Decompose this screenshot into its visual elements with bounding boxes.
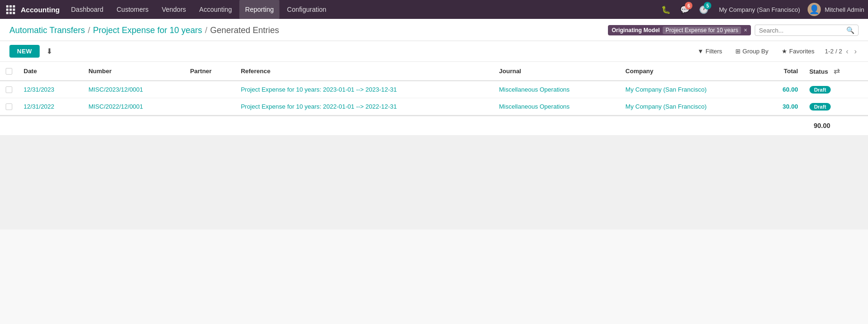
groupby-icon: ⊞ — [735, 48, 741, 55]
row-date-0[interactable]: 12/31/2023 — [18, 81, 83, 98]
breadcrumb-sep1: / — [88, 26, 90, 35]
row-reference-1[interactable]: Project Expense for 10 years: 2022-01-01… — [235, 98, 493, 115]
user-name[interactable]: Mitchell Admin — [825, 6, 864, 13]
pagination-text: 1-2 / 2 — [825, 48, 842, 55]
nav-item-customers[interactable]: Customers — [111, 0, 154, 19]
favorites-button[interactable]: ★ Favorites — [779, 46, 817, 57]
row-checkbox-0[interactable] — [0, 81, 18, 98]
table-row: 12/31/2023 MISC/2023/12/0001 Project Exp… — [0, 81, 868, 98]
nav-right-area: 🐛 💬 6 🕐 5 My Company (San Francisco) 👤 M… — [658, 2, 864, 17]
select-all-checkbox[interactable] — [0, 62, 18, 81]
breadcrumb-part3: Generated Entries — [210, 26, 279, 35]
row-journal-1[interactable]: Miscellaneous Operations — [493, 98, 620, 115]
groupby-button[interactable]: ⊞ Group By — [733, 46, 771, 57]
row-status-0: Draft — [804, 81, 868, 98]
entries-table: Date Number Partner Reference Journal Co… — [0, 62, 868, 115]
row-company-1[interactable]: My Company (San Francisco) — [620, 98, 762, 115]
pagination: 1-2 / 2 ‹ › — [825, 46, 859, 57]
chat-icon-btn[interactable]: 💬 6 — [677, 2, 692, 17]
app-name: Accounting — [21, 6, 60, 14]
col-number[interactable]: Number — [83, 62, 184, 81]
nav-item-dashboard[interactable]: Dashboard — [66, 0, 110, 19]
row-number-1[interactable]: MISC/2022/12/0001 — [83, 98, 184, 115]
download-button[interactable]: ⬇ — [43, 45, 55, 58]
bug-icon: 🐛 — [661, 5, 671, 14]
col-company[interactable]: Company — [620, 62, 762, 81]
action-right: ▼ Filters ⊞ Group By ★ Favorites 1-2 / 2… — [695, 46, 859, 57]
user-avatar[interactable]: 👤 — [808, 3, 821, 16]
table-container: Date Number Partner Reference Journal Co… — [0, 62, 868, 115]
action-left: NEW ⬇ — [9, 45, 55, 58]
table-header-row: Date Number Partner Reference Journal Co… — [0, 62, 868, 81]
star-icon: ★ — [782, 48, 787, 55]
row-total-1: 30.00 — [762, 98, 803, 115]
col-date[interactable]: Date — [18, 62, 83, 81]
breadcrumb-bar: Automatic Transfers / Project Expense fo… — [0, 19, 868, 41]
row-partner-0 — [185, 81, 235, 98]
total-row: 90.00 — [0, 115, 868, 135]
company-selector[interactable]: My Company (San Francisco) — [715, 6, 804, 13]
filters-button[interactable]: ▼ Filters — [695, 46, 725, 57]
row-status-1: Draft — [804, 98, 868, 115]
col-journal[interactable]: Journal — [493, 62, 620, 81]
col-total[interactable]: Total — [762, 62, 803, 81]
row-journal-0[interactable]: Miscellaneous Operations — [493, 81, 620, 98]
col-reference[interactable]: Reference — [235, 62, 493, 81]
search-icon[interactable]: 🔍 — [846, 26, 854, 34]
status-badge-0: Draft — [809, 86, 831, 94]
filters-label: Filters — [706, 48, 722, 55]
row-reference-0[interactable]: Project Expense for 10 years: 2023-01-01… — [235, 81, 493, 98]
pagination-next[interactable]: › — [852, 46, 859, 57]
clock-icon-btn[interactable]: 🕐 5 — [696, 2, 711, 17]
download-icon: ⬇ — [46, 47, 52, 56]
clock-badge: 5 — [704, 2, 711, 9]
nav-item-vendors[interactable]: Vendors — [156, 0, 192, 19]
row-number-0[interactable]: MISC/2023/12/0001 — [83, 81, 184, 98]
nav-item-accounting[interactable]: Accounting — [194, 0, 237, 19]
favorites-label: Favorites — [789, 48, 814, 55]
search-area: Originating Model Project Expense for 10… — [608, 25, 859, 36]
row-total-0: 60.00 — [762, 81, 803, 98]
search-box: 🔍 — [755, 25, 859, 36]
chat-badge: 6 — [685, 2, 692, 9]
filter-tag-value: Project Expense for 10 years — [663, 26, 741, 34]
filter-tag-label: Originating Model — [612, 27, 660, 34]
breadcrumb-part1[interactable]: Automatic Transfers — [9, 26, 85, 35]
new-button[interactable]: NEW — [9, 45, 40, 58]
bug-icon-btn[interactable]: 🐛 — [658, 2, 674, 17]
filter-tag-close[interactable]: × — [744, 27, 747, 34]
nav-item-reporting[interactable]: Reporting — [239, 0, 279, 19]
footer-space — [0, 135, 868, 230]
col-status[interactable]: Status ⇄ — [804, 62, 868, 81]
settings-icon[interactable]: ⇄ — [834, 67, 840, 75]
row-date-1[interactable]: 12/31/2022 — [18, 98, 83, 115]
row-checkbox-1[interactable] — [0, 98, 18, 115]
filter-tag: Originating Model Project Expense for 10… — [608, 25, 751, 35]
col-partner[interactable]: Partner — [185, 62, 235, 81]
breadcrumb-part2[interactable]: Project Expense for 10 years — [93, 26, 202, 35]
nav-item-configuration[interactable]: Configuration — [281, 0, 332, 19]
breadcrumb: Automatic Transfers / Project Expense fo… — [9, 26, 279, 35]
status-badge-1: Draft — [809, 103, 831, 111]
table-row: 12/31/2022 MISC/2022/12/0001 Project Exp… — [0, 98, 868, 115]
pagination-prev[interactable]: ‹ — [844, 46, 850, 57]
filter-icon: ▼ — [698, 48, 704, 55]
app-grid-icon[interactable] — [4, 3, 17, 16]
top-navigation: Accounting Dashboard Customers Vendors A… — [0, 0, 868, 19]
groupby-label: Group By — [742, 48, 768, 55]
row-partner-1 — [185, 98, 235, 115]
action-bar: NEW ⬇ ▼ Filters ⊞ Group By ★ Favorites 1… — [0, 41, 868, 62]
grand-total-value: 90.00 — [814, 122, 830, 129]
search-input[interactable] — [759, 27, 846, 34]
breadcrumb-sep2: / — [205, 26, 207, 35]
row-company-0[interactable]: My Company (San Francisco) — [620, 81, 762, 98]
